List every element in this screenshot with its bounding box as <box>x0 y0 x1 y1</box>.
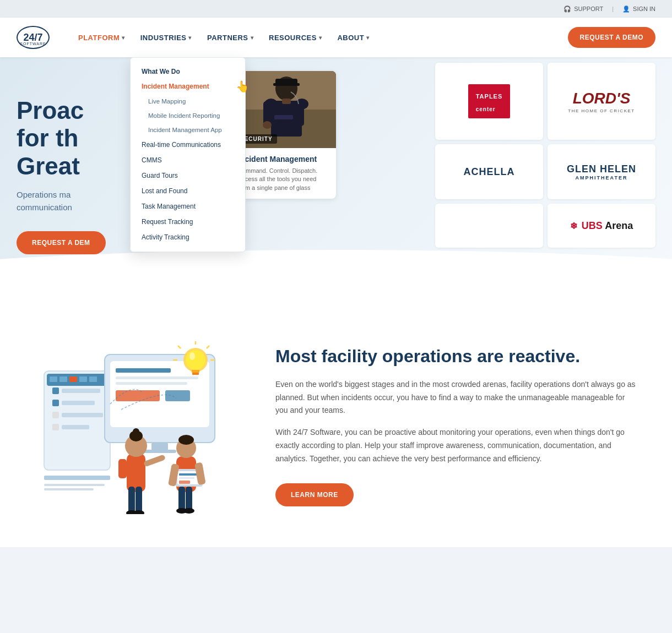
svg-line-93 <box>207 346 209 348</box>
cursor-pointer-icon: 👆 <box>236 80 250 93</box>
top-bar: 🎧 SUPPORT | 👤 SIGN IN <box>0 0 672 18</box>
svg-rect-53 <box>273 83 300 86</box>
learn-more-button[interactable]: LEARN MORE <box>275 483 354 506</box>
svg-rect-104 <box>118 459 127 478</box>
chevron-down-icon: ▾ <box>188 35 192 41</box>
illustration-side <box>33 338 242 514</box>
dropdown-live-mapping[interactable]: Live Mapping <box>131 94 245 108</box>
dropdown-task-management[interactable]: Task Management <box>131 199 245 214</box>
svg-rect-83 <box>116 390 160 401</box>
svg-rect-123 <box>44 488 94 490</box>
dropdown-activity-tracking[interactable]: Activity Tracking <box>131 230 245 245</box>
logo-oval: 24/7 SOFTWARE <box>17 26 50 49</box>
ubs-arena-logo-card: ❄ UBS Arena <box>548 204 655 248</box>
svg-rect-97 <box>127 454 145 492</box>
dropdown-cmms[interactable]: CMMS <box>131 152 245 168</box>
svg-point-111 <box>178 435 194 445</box>
svg-rect-108 <box>178 487 185 511</box>
lords-logo: LORD'S THE HOME OF CRICKET <box>568 90 635 113</box>
nav-partners[interactable]: PARTNERS ▾ <box>200 29 260 46</box>
nav-resources[interactable]: RESOURCES ▾ <box>262 29 328 46</box>
dropdown-guard-tours[interactable]: Guard Tours <box>131 168 245 183</box>
dropdown-incident-management-wrapper: Incident Management 👆 <box>131 79 245 94</box>
chevron-down-icon: ▾ <box>366 35 370 41</box>
nav-about[interactable]: ABOUT ▾ <box>330 29 376 46</box>
support-link[interactable]: 🎧 SUPPORT <box>563 6 603 13</box>
divider: | <box>612 6 614 12</box>
hero-content: Proacfor thGreat Operations macommunicat… <box>17 97 106 255</box>
svg-rect-71 <box>62 425 89 429</box>
hero-subtitle: Operations macommunication <box>17 189 106 214</box>
svg-rect-66 <box>52 400 59 406</box>
content-side: Most facility operations are reactive. E… <box>275 346 639 506</box>
headset-icon: 🎧 <box>563 6 571 13</box>
svg-rect-68 <box>52 412 59 418</box>
staples-center-logo-card: TAPLES center <box>435 63 543 140</box>
user-icon: 👤 <box>622 6 630 13</box>
svg-rect-91 <box>192 373 199 375</box>
security-card-description: Command. Control. Dispatch. Access all t… <box>238 167 329 192</box>
svg-rect-65 <box>62 389 100 393</box>
dropdown-realtime-communications[interactable]: Real-time Communications <box>131 137 245 152</box>
svg-rect-80 <box>116 368 171 373</box>
svg-rect-115 <box>179 477 194 479</box>
nav-industries[interactable]: INDUSTRIES ▾ <box>134 29 198 46</box>
middle-section-text1: Even on the world's biggest stages and i… <box>275 378 639 417</box>
svg-rect-86 <box>143 450 176 453</box>
svg-rect-121 <box>44 476 110 480</box>
svg-rect-116 <box>179 481 190 484</box>
svg-line-95 <box>178 346 181 348</box>
ubs-snowflake-icon: ❄ <box>570 221 577 231</box>
chevron-down-icon: ▾ <box>122 35 125 41</box>
operations-illustration <box>33 338 242 514</box>
svg-rect-114 <box>179 473 199 476</box>
dropdown-incident-management-app[interactable]: Incident Management App <box>131 123 245 137</box>
platform-dropdown: What We Do Incident Management 👆 Live Ma… <box>130 57 246 252</box>
security-card-body: Incident Management Command. Control. Di… <box>231 148 336 199</box>
coachella-logo-card: ACHELLA <box>435 144 543 199</box>
svg-rect-62 <box>282 99 291 104</box>
security-card-title: Incident Management <box>238 155 329 163</box>
nav-platform[interactable]: PLATFORM ▾ <box>72 29 132 46</box>
svg-rect-77 <box>89 376 97 382</box>
chevron-down-icon: ▾ <box>251 35 254 41</box>
chevron-down-icon: ▾ <box>319 35 322 41</box>
svg-point-120 <box>183 508 194 514</box>
main-nav: PLATFORM ▾ INDUSTRIES ▾ PARTNERS ▾ RESOU… <box>72 29 568 46</box>
logo-247-text: 24/7 <box>23 32 42 42</box>
client-logos-grid: TAPLES center LORD'S THE HOME OF CRICKET… <box>435 63 655 248</box>
staples-logo: TAPLES center <box>468 84 511 118</box>
signin-label: SIGN IN <box>633 6 655 12</box>
lords-logo-card: LORD'S THE HOME OF CRICKET <box>548 63 655 140</box>
svg-rect-81 <box>116 376 198 379</box>
svg-rect-70 <box>52 424 59 430</box>
svg-rect-67 <box>62 401 95 405</box>
svg-rect-69 <box>62 413 103 417</box>
svg-rect-73 <box>50 376 57 382</box>
svg-rect-84 <box>165 390 190 401</box>
header: 24/7 SOFTWARE PLATFORM ▾ INDUSTRIES ▾ PA… <box>0 18 672 57</box>
empty-logo-card-1 <box>435 204 543 248</box>
glen-helen-logo: GLEN HELEN AMPHITHEATER <box>567 163 636 181</box>
svg-rect-109 <box>186 487 192 511</box>
dropdown-what-we-do: What We Do <box>131 64 245 79</box>
dropdown-mobile-incident-reporting[interactable]: Mobile Incident Reporting <box>131 108 245 123</box>
hero-section: // Generate dots pattern inline - will b… <box>0 57 672 294</box>
support-label: SUPPORT <box>574 6 603 12</box>
svg-rect-82 <box>116 382 187 385</box>
dropdown-lost-and-found[interactable]: Lost and Found <box>131 183 245 199</box>
logo[interactable]: 24/7 SOFTWARE <box>17 26 50 49</box>
svg-rect-103 <box>143 454 166 467</box>
dropdown-incident-management[interactable]: Incident Management 👆 <box>131 79 245 94</box>
svg-rect-60 <box>296 101 304 126</box>
svg-point-61 <box>263 121 272 129</box>
dropdown-request-tracking[interactable]: Request Tracking <box>131 214 245 230</box>
header-request-demo-button[interactable]: REQUEST A DEMO <box>568 27 655 48</box>
svg-point-88 <box>186 350 205 370</box>
hero-request-demo-button[interactable]: REQUEST A DEM <box>17 231 106 254</box>
signin-link[interactable]: 👤 SIGN IN <box>622 6 655 13</box>
hero-title: Proacfor thGreat <box>17 97 106 181</box>
middle-section-text2: With 24/7 Software, you can be proactive… <box>275 426 639 465</box>
svg-rect-76 <box>79 376 87 382</box>
svg-rect-122 <box>44 484 105 486</box>
